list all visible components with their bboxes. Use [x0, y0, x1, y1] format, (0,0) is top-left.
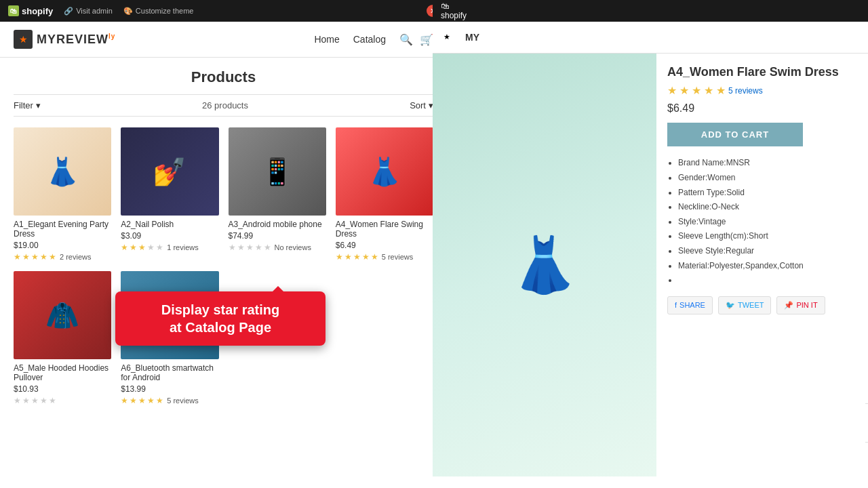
spec-sleeve-style: Sleeve Style:Regular	[678, 244, 857, 259]
star-2: ★	[237, 243, 245, 252]
detail-star-5: ★	[716, 84, 726, 97]
product-image-3: 📱	[229, 127, 326, 216]
nav-home[interactable]: Home	[314, 34, 339, 45]
star-3: ★	[353, 252, 361, 262]
star-4: ★	[255, 243, 262, 252]
detail-star-2: ★	[679, 84, 689, 97]
facebook-icon: f	[675, 301, 677, 309]
products-section: Products Filter ▾ 26 products Sort ▾ 👗 A…	[0, 58, 447, 416]
star-5: ★	[49, 396, 56, 405]
logo-star-icon-right: ★	[443, 33, 450, 41]
search-icon[interactable]: 🔍	[399, 33, 413, 46]
share-row: f SHARE 🐦 TWEET 📌 PIN IT	[667, 296, 857, 314]
star-1: ★	[336, 252, 343, 262]
product-rating-5: ★ ★ ★ ★ ★	[14, 396, 111, 405]
star-1: ★	[121, 243, 128, 252]
visit-icon: 🔗	[64, 7, 73, 16]
star-3: ★	[138, 396, 146, 405]
star-3: ★	[31, 252, 39, 262]
store-nav: Home Catalog 🔍 🛒	[314, 33, 433, 46]
add-to-cart-button[interactable]: ADD TO CART	[667, 123, 803, 146]
star-5: ★	[156, 396, 163, 405]
spec-gender: Gender:Women	[678, 171, 857, 186]
brand-sub: ly	[108, 33, 115, 40]
shopify-logo-right: 🛍 shopify	[441, 1, 467, 20]
spec-pattern: Pattern Type:Solid	[678, 186, 857, 201]
detail-star-3: ★	[692, 84, 701, 97]
star-4: ★	[40, 252, 47, 262]
product-main-image: 👗	[433, 54, 656, 476]
share-label: SHARE	[679, 301, 705, 309]
star-1: ★	[121, 396, 128, 405]
star-4: ★	[40, 396, 47, 405]
spec-brand: Brand Name:MNSR	[678, 156, 857, 171]
review-count-1: 2 reviews	[60, 253, 91, 261]
customize-label: Customize theme	[136, 7, 194, 15]
shopify-label-left: shopify	[22, 6, 53, 16]
star-2: ★	[22, 396, 30, 405]
product-rating-4: ★ ★ ★ ★ ★ 5 reviews	[336, 252, 433, 262]
star-2: ★	[130, 396, 137, 405]
customize-theme-link[interactable]: 🎨 Customize theme	[123, 7, 194, 16]
review-link[interactable]: 5 reviews	[728, 86, 763, 96]
shopify-logo-left: 🛍 shopify	[8, 5, 53, 16]
product-card-3[interactable]: 📱 A3_Android mobile phone $74.99 ★ ★ ★ ★…	[229, 127, 326, 262]
sort-button[interactable]: Sort ▾	[410, 100, 433, 110]
share-twitter-button[interactable]: 🐦 TWEET	[718, 296, 772, 314]
product-image-2: 💅	[121, 127, 218, 216]
spec-sleeve-length: Sleeve Length(cm):Short	[678, 229, 857, 244]
pinterest-icon: 📌	[784, 301, 793, 310]
logo-star-icon: ★	[19, 34, 28, 45]
admin-bar-right: 🛍 shopify	[433, 0, 868, 22]
filter-label: Filter	[14, 100, 33, 110]
star-5: ★	[264, 243, 271, 252]
visit-admin-link[interactable]: 🔗 Visit admin	[64, 7, 113, 16]
review-count-3: No reviews	[275, 243, 311, 251]
star-4: ★	[362, 252, 370, 262]
nav-catalog[interactable]: Catalog	[353, 34, 386, 45]
store-header-right: ★ MY	[433, 22, 868, 54]
store-logo: ★ MYREVIEWly	[14, 30, 115, 49]
review-count-6: 5 reviews	[167, 396, 198, 405]
review-count-2: 1 reviews	[167, 243, 198, 251]
product-price-5: $10.93	[14, 384, 111, 394]
tooltip-catalog: Display star ratingat Catalog Page	[115, 291, 326, 346]
products-grid: 👗 A1_Elegant Evening Party Dress $19.00 …	[14, 127, 433, 405]
shopify-label-right: shopify	[441, 11, 467, 20]
product-detail-info: A4_Women Flare Swim Dress ★ ★ ★ ★ ★ 5 re…	[656, 54, 868, 476]
spec-extra	[678, 273, 857, 288]
product-card-5[interactable]: 🧥 A5_Male Hooded Hoodies Pullover $10.93…	[14, 271, 111, 405]
star-4: ★	[147, 243, 155, 252]
product-specs: Brand Name:MNSR Gender:Women Pattern Typ…	[667, 156, 857, 287]
filter-button[interactable]: Filter ▾	[14, 100, 41, 110]
product-card-2[interactable]: 💅 A2_Nail Polish $3.09 ★ ★ ★ ★ ★ 1 revie…	[121, 127, 218, 262]
products-toolbar: Filter ▾ 26 products Sort ▾	[14, 94, 433, 117]
brush-icon: 🎨	[123, 7, 133, 16]
share-pinterest-button[interactable]: 📌 PIN IT	[776, 296, 825, 314]
star-1: ★	[229, 243, 236, 252]
store-header-left: ★ MYREVIEWly Home Catalog 🔍 🛒	[0, 22, 447, 58]
twitter-icon: 🐦	[726, 301, 735, 310]
cart-icon[interactable]: 🛒	[420, 33, 433, 46]
detail-star-1: ★	[667, 84, 677, 97]
share-facebook-button[interactable]: f SHARE	[667, 296, 713, 314]
products-count: 26 products	[202, 100, 248, 110]
reviews-bar: 4.6 ★ ★ ★ ★ ★ Based On 5 Reviews CUSTOME…	[865, 403, 868, 442]
product-name-6: A6_Bluetooth smartwatch for Android	[121, 363, 218, 382]
product-card-1[interactable]: 👗 A1_Elegant Evening Party Dress $19.00 …	[14, 127, 111, 262]
product-name-2: A2_Nail Polish	[121, 220, 218, 229]
product-image-4: 👗	[336, 127, 433, 216]
logo-box-right: ★	[443, 30, 458, 45]
sort-label: Sort	[410, 100, 426, 110]
tooltip-catalog-text: Display star ratingat Catalog Page	[161, 302, 280, 335]
brand-name: MYREVIEWly	[37, 33, 115, 47]
star-2: ★	[130, 243, 137, 252]
product-card-4[interactable]: 👗 A4_Women Flare Swing Dress $6.49 ★ ★ ★…	[336, 127, 433, 262]
chevron-down-icon: ▾	[36, 100, 41, 110]
right-panel: 🛍 shopify ★ MY 👗 A4_Women Flare Swim Dre…	[433, 0, 868, 488]
spec-neckline: Neckline:O-Neck	[678, 200, 857, 215]
star-4: ★	[147, 396, 155, 405]
star-3: ★	[138, 243, 146, 252]
product-name-1: A1_Elegant Evening Party Dress	[14, 220, 111, 239]
pin-label: PIN IT	[796, 301, 817, 309]
